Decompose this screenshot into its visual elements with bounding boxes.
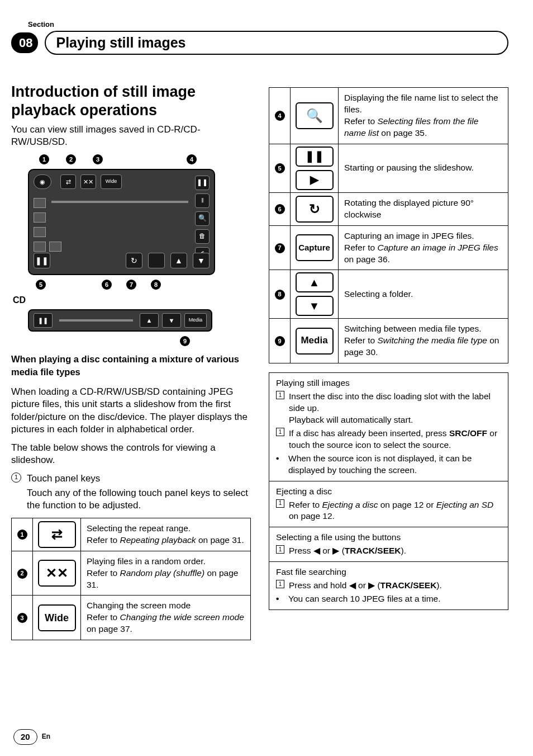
callout-1: 1: [39, 154, 49, 164]
intro-text: You can view still images saved in CD-R/…: [11, 124, 251, 149]
diag-disc-icon: ◉: [34, 174, 51, 189]
capture-key-icon: Capture: [296, 234, 334, 261]
page-footer: 20 En: [13, 729, 50, 745]
strip-up-icon: ▲: [140, 313, 159, 328]
cd-label: CD: [13, 294, 251, 306]
table-row: 6 ↻ Rotating the displayed picture 90° c…: [269, 192, 508, 225]
chapter-title: Playing still images: [56, 34, 185, 52]
callout-4: 4: [187, 154, 197, 164]
row-number: 3: [17, 613, 27, 623]
intro-heading: Introduction of still image playback ope…: [11, 83, 251, 119]
strip-progress: [59, 319, 133, 322]
callout-3: 3: [93, 154, 103, 164]
step-label: Touch panel keys: [27, 472, 251, 485]
proc-text: You can search 10 JPEG files at a time.: [288, 593, 501, 605]
proc-text: Insert the disc into the disc loading sl…: [289, 391, 501, 426]
proc-text: If a disc has already been inserted, pre…: [289, 428, 501, 451]
folder-up-key-icon: ▲: [296, 272, 334, 292]
section-label: Section: [28, 20, 508, 29]
table-row: 4 🔍 Displaying the file name list to sel…: [269, 88, 508, 144]
wide-key-icon: Wide: [38, 604, 76, 631]
row-desc: Rotating the displayed picture 90° clock…: [339, 192, 508, 225]
row-desc: Selecting a folder.: [339, 270, 508, 319]
diag-up-icon: ▲: [170, 253, 187, 268]
step-box: 1: [276, 428, 284, 436]
step-box: 1: [276, 391, 284, 399]
row-desc: Changing the screen mode Refer to Changi…: [81, 596, 251, 640]
row-desc: Capturing an image in JPEG files. Refer …: [339, 225, 508, 270]
proc-text: Press and hold ◀ or ▶ (TRACK/SEEK).: [289, 580, 501, 592]
diag-rotate-icon: ↻: [126, 253, 142, 268]
diag-search-icon: 🔍: [195, 211, 210, 226]
strip-media-icon: Media: [184, 313, 207, 328]
mixture-heading: When playing a disc containing a mixture…: [11, 353, 251, 378]
procedure-box: Playing still images 1 Insert the disc i…: [269, 372, 508, 610]
table-row: 2 ✕✕ Playing files in a random order. Re…: [12, 551, 251, 596]
callout-2: 2: [66, 154, 76, 164]
repeat-key-icon: ⇄: [38, 521, 76, 548]
step-box: 1: [276, 545, 284, 554]
table-intro-text: The table below shows the controls for v…: [11, 442, 251, 467]
diag-thumb: [34, 212, 46, 223]
diag-down-icon: ▼: [193, 253, 210, 268]
diag-thumb: [49, 242, 61, 252]
bullet-icon: •: [276, 453, 284, 476]
callout-7: 7: [126, 280, 136, 290]
table-row: 7 Capture Capturing an image in JPEG fil…: [269, 225, 508, 270]
step-number: 1: [11, 472, 21, 483]
row-number: 6: [275, 204, 285, 214]
proc-fast-search: Fast file searching 1 Press and hold ◀ o…: [269, 561, 508, 609]
diag-shuffle-icon: ✕✕: [80, 174, 96, 189]
row-desc: Displaying the file name list to select …: [339, 88, 508, 144]
step-box: 1: [276, 499, 284, 508]
callout-9: 9: [180, 336, 190, 346]
language-label: En: [42, 733, 50, 741]
proc-title: Selecting a file using the buttons: [276, 532, 501, 544]
cd-strip-diagram: ❚❚ ▲ ▼ Media: [28, 309, 212, 332]
table-row: 3 Wide Changing the screen mode Refer to…: [12, 596, 251, 640]
diag-thumb: [34, 227, 46, 237]
proc-selecting: Selecting a file using the buttons 1 Pre…: [269, 527, 508, 561]
step-box: 1: [276, 580, 284, 588]
diag-progress: [51, 201, 188, 203]
play-key-icon: ▶: [296, 170, 334, 190]
shuffle-key-icon: ✕✕: [38, 560, 76, 587]
search-key-icon: 🔍: [296, 102, 334, 129]
strip-down-icon: ▼: [162, 313, 181, 328]
table-row: 8 ▲ ▼ Selecting a folder.: [269, 270, 508, 319]
diagram-callouts-bottom: 5 6 7 8: [36, 280, 251, 290]
step-text: Touch any of the following touch panel k…: [27, 487, 251, 512]
left-column: Introduction of still image playback ope…: [11, 83, 251, 640]
key-table-left: 1 ⇄ Selecting the repeat range. Refer to…: [11, 518, 251, 640]
rotate-key-icon: ↻: [296, 196, 334, 223]
callout-8: 8: [151, 280, 161, 290]
diag-thumb: [34, 242, 46, 252]
proc-title: Fast file searching: [276, 566, 501, 578]
diag-blank-icon: [148, 253, 165, 268]
proc-ejecting: Ejecting a disc 1 Refer to Ejecting a di…: [269, 481, 508, 527]
callout-5: 5: [36, 280, 46, 290]
diag-pause2-icon: ❚❚: [34, 253, 50, 268]
row-desc: Selecting the repeat range. Refer to Rep…: [81, 518, 251, 551]
proc-title: Ejecting a disc: [276, 486, 501, 498]
diagram-callouts-top: 1 2 3 4: [39, 154, 251, 164]
row-number: 4: [275, 111, 285, 121]
callout-6: 6: [102, 280, 112, 290]
diag-pause-icon: ❚❚: [195, 176, 210, 190]
row-number: 5: [275, 163, 285, 173]
chapter-number: 08: [11, 32, 38, 53]
row-desc: Switching between media file types. Refe…: [339, 319, 508, 363]
proc-text: Refer to Ejecting a disc on page 12 or E…: [289, 499, 501, 523]
diag-wide-icon: Wide: [101, 174, 122, 189]
ui-diagram: ◉ ⇄ ✕✕ Wide ❚❚ ⦀ 🔍 🗑 ⎙ ❚❚ ↻: [28, 169, 215, 275]
proc-text: When the source icon is not displayed, i…: [288, 453, 501, 476]
page-number: 20: [13, 729, 37, 745]
row-number: 1: [17, 530, 27, 540]
table-row: 1 ⇄ Selecting the repeat range. Refer to…: [12, 518, 251, 551]
row-number: 2: [17, 569, 27, 579]
diag-thumb: [34, 198, 46, 208]
folder-down-key-icon: ▼: [296, 296, 334, 316]
row-desc: Starting or pausing the slideshow.: [339, 144, 508, 192]
strip-pause-icon: ❚❚: [34, 313, 53, 328]
mixture-text: When loading a CD-R/RW/USB/SD containing…: [11, 386, 251, 436]
